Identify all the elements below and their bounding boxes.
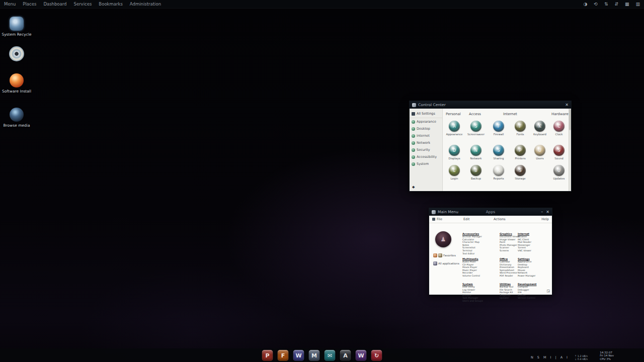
scrollbar[interactable] xyxy=(569,109,571,191)
clock[interactable]: 14:32:07 Fri 14 Nov CPU 3% xyxy=(600,351,614,361)
module-clock[interactable]: CClock xyxy=(548,121,570,136)
panel-icon[interactable]: ▥ xyxy=(635,2,640,7)
module-keyboard[interactable]: KKeyboard xyxy=(529,121,550,136)
dock-mail-client[interactable]: M xyxy=(309,350,320,361)
favorite-item[interactable]: Favorites xyxy=(433,253,456,257)
app-entry[interactable]: Version Control xyxy=(518,297,549,300)
module-icon: U xyxy=(553,165,565,176)
module-label: Clock xyxy=(548,133,570,136)
app-entry[interactable]: Volume Control xyxy=(462,275,494,278)
dock-package-manager[interactable]: P xyxy=(262,350,273,361)
dock-word-processor[interactable]: W xyxy=(293,350,304,361)
sidebar-item-desktop[interactable]: Desktop xyxy=(410,125,442,132)
sidebar-item-internet[interactable]: Internet xyxy=(410,132,442,139)
desktop-icon-system-recycle[interactable]: System Recycle xyxy=(1,17,33,37)
module-icon: S xyxy=(493,145,504,156)
module-icon: S xyxy=(470,121,481,132)
toolbar-file[interactable]: File xyxy=(437,217,442,221)
module-firewall[interactable]: FFirewall xyxy=(488,121,509,136)
module-network[interactable]: NNetwork xyxy=(465,145,487,160)
menubar-item-menu[interactable]: Menu xyxy=(4,2,16,7)
module-label: Updates xyxy=(548,177,570,180)
module-appearance[interactable]: AAppearance xyxy=(444,121,465,136)
app-entry[interactable]: Users and Groups xyxy=(462,300,494,303)
desktop-icon-label: System Recycle xyxy=(1,33,33,37)
main-menu-titlebar[interactable]: Main Menu Apps – ✕ xyxy=(429,208,552,216)
tray-indicator[interactable]: | xyxy=(555,355,556,359)
app-entry[interactable]: Text Editor xyxy=(462,252,494,255)
sidebar-item-label: System xyxy=(417,162,429,166)
module-icon: B xyxy=(470,165,481,176)
bottom-panel: PFWM✉AW↻ NSMI|AI ⇡ 1.2 kB/s ⇣ 0.4 kB/s 1… xyxy=(0,348,644,362)
desktop-icon-software-install[interactable]: Software Install xyxy=(1,73,33,94)
control-center-main: PersonalAccessInternetHardware AAppearan… xyxy=(443,109,571,191)
sidebar-item-network[interactable]: Network xyxy=(410,139,442,146)
dock-messenger[interactable]: ✉ xyxy=(325,350,336,361)
tray-indicator[interactable]: A xyxy=(560,355,562,359)
desktop-icon-browse-media[interactable]: Browse media xyxy=(1,108,33,128)
tray-indicator[interactable]: S xyxy=(537,355,539,359)
tray-indicator[interactable]: I xyxy=(550,355,551,359)
network-updown-icon[interactable]: ⇅ xyxy=(604,2,608,7)
sidebar-item-security[interactable]: Security xyxy=(410,146,442,153)
module-printers[interactable]: PPrinters xyxy=(510,145,531,160)
favorite-item[interactable]: All applications xyxy=(433,261,459,265)
module-storage[interactable]: SStorage xyxy=(510,165,531,180)
tray-indicator[interactable]: N xyxy=(531,355,533,359)
module-displays[interactable]: DDisplays xyxy=(444,145,465,160)
favorite-icon xyxy=(433,253,437,257)
module-screensaver[interactable]: SScreensaver xyxy=(465,121,487,136)
module-label: Sound xyxy=(548,157,570,160)
menubar-item-dashboard[interactable]: Dashboard xyxy=(43,2,66,7)
module-fonts[interactable]: FFonts xyxy=(510,121,531,136)
sidebar-item-appearance[interactable]: Appearance xyxy=(410,118,442,125)
sidebar-item-accessibility[interactable]: Accessibility xyxy=(410,153,442,160)
sidebar-items: AppearanceDesktopInternetNetworkSecurity… xyxy=(410,118,442,167)
toolbar-edit[interactable]: Edit xyxy=(463,217,470,221)
favorite-icon xyxy=(438,253,442,257)
close-button[interactable]: ✕ xyxy=(546,210,549,214)
sidebar-item-system[interactable]: System xyxy=(410,160,442,167)
refresh-icon[interactable]: ⟲ xyxy=(594,2,598,7)
dock-web-browser[interactable]: W xyxy=(356,350,367,361)
menubar-item-services[interactable]: Services xyxy=(74,2,92,7)
menubar-item-administration[interactable]: Administration xyxy=(130,2,161,7)
category-header-personal: Personal xyxy=(446,112,461,116)
dock-archive-tool[interactable]: A xyxy=(340,350,351,361)
sidebar-header[interactable]: All Settings xyxy=(410,110,442,118)
control-center-titlebar[interactable]: Control Center ✕ xyxy=(410,101,571,109)
desktop-icon-media-disc[interactable] xyxy=(1,46,33,63)
module-reports[interactable]: RReports xyxy=(488,165,509,180)
user-avatar[interactable]: ♟ xyxy=(435,231,451,247)
minimize-button[interactable]: – xyxy=(541,210,543,214)
module-updates[interactable]: UUpdates xyxy=(548,165,570,180)
tray-indicator[interactable]: M xyxy=(543,355,546,359)
app-entry[interactable]: Power Manager xyxy=(518,275,549,278)
menubar-item-places[interactable]: Places xyxy=(23,2,36,7)
dock-updater[interactable]: ↻ xyxy=(371,350,382,361)
transfer-icon[interactable]: ⇵ xyxy=(614,2,618,7)
app-entry[interactable]: VNC Viewer xyxy=(518,249,549,252)
moon-icon[interactable]: ◑ xyxy=(583,2,587,7)
toolbar-actions[interactable]: Actions xyxy=(494,217,506,221)
category-icon xyxy=(412,134,415,138)
tray-indicator[interactable]: I xyxy=(567,355,568,359)
close-button[interactable]: ✕ xyxy=(565,103,569,107)
main-menu-window[interactable]: Main Menu Apps – ✕ File Edit Actions Hel… xyxy=(429,208,552,295)
module-sharing[interactable]: SSharing xyxy=(488,145,509,160)
menubar-item-bookmarks[interactable]: Bookmarks xyxy=(99,2,123,7)
scrollbar-thumb[interactable] xyxy=(569,109,571,130)
module-backup[interactable]: BBackup xyxy=(465,165,487,180)
module-login[interactable]: LLogin xyxy=(444,165,465,180)
sidebar-header-label: All Settings xyxy=(417,112,435,116)
sidebar-item-label: Internet xyxy=(417,134,430,138)
module-sound[interactable]: SSound xyxy=(548,145,570,160)
browse-media-icon xyxy=(10,108,24,122)
module-users[interactable]: UUsers xyxy=(529,145,550,160)
resize-grip-icon[interactable]: ◲ xyxy=(546,289,550,293)
dock-file-manager[interactable]: F xyxy=(278,350,289,361)
dock: PFWM✉AW↻ xyxy=(262,350,382,361)
control-center-window[interactable]: Control Center ✕ All Settings Appearance… xyxy=(409,101,572,192)
toolbar-help[interactable]: Help xyxy=(541,217,549,221)
workspace-grid-icon[interactable]: ▦ xyxy=(625,2,629,7)
